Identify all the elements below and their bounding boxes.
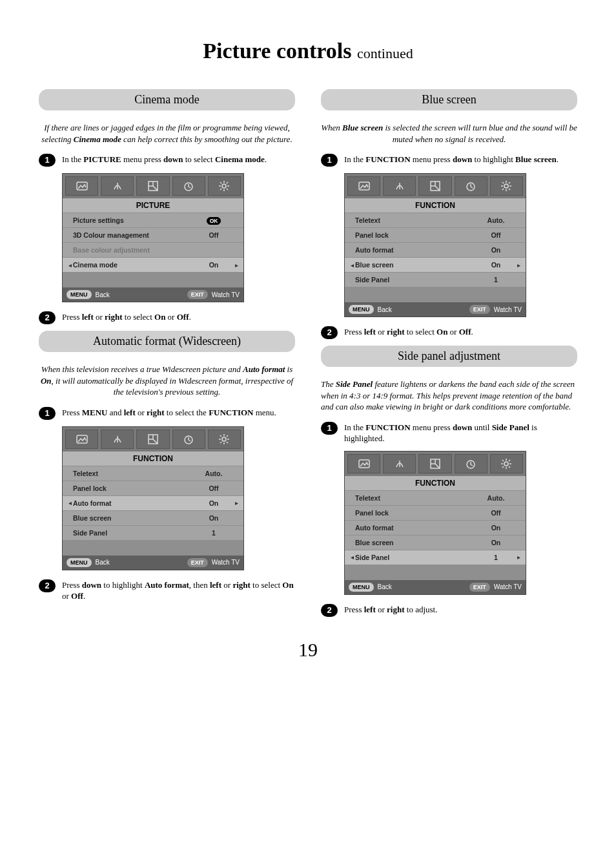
step-badge: 1 <box>321 154 338 167</box>
osd-footer: MENUBackEXITWatch TV <box>345 580 526 594</box>
osd-row-value: On <box>477 246 515 254</box>
osd-row-value: On <box>194 514 233 522</box>
osd-row-label: Teletext <box>73 470 194 477</box>
osd-footer: MENUBackEXITWatch TV <box>63 287 243 302</box>
sidepanel-step2: 2 Press left or right to adjust. <box>321 604 577 617</box>
osd-picture: PICTUREPicture settingsOK3D Colour manag… <box>62 173 244 302</box>
osd-row: ◂Side Panel1▸ <box>345 550 526 565</box>
watch-tv-label: Watch TV <box>212 559 240 566</box>
osd-row-label: Side Panel <box>73 529 194 537</box>
tab-sound-icon <box>101 430 134 449</box>
osd-row: Blue screenOn <box>63 511 243 525</box>
left-arrow-icon: ◂ <box>67 499 73 506</box>
tab-timer-icon <box>172 430 205 449</box>
back-label: Back <box>378 583 392 590</box>
osd-row-label: Panel lock <box>73 484 194 492</box>
menu-pill: MENU <box>67 290 92 299</box>
osd-row-value: 1 <box>477 554 515 561</box>
osd-row-label: Panel lock <box>355 231 477 239</box>
blue-intro: When Blue screen is selected the screen … <box>321 122 577 145</box>
section-header-autofmt: Automatic format (Widescreen) <box>39 331 295 352</box>
osd-row: Auto formatOn <box>345 243 526 257</box>
sidepanel-step1: 1 In the FUNCTION menu press down until … <box>321 422 577 444</box>
osd-row-label: Cinema mode <box>73 261 194 269</box>
tab-timer-icon <box>455 176 488 196</box>
menu-pill: MENU <box>349 305 374 314</box>
osd-title: PICTURE <box>63 198 243 213</box>
back-label: Back <box>96 291 110 298</box>
osd-row: ◂Cinema modeOn▸ <box>63 258 243 272</box>
cinema-step2: 2 Press left or right to select On or Of… <box>39 311 295 324</box>
osd-row-label: Picture settings <box>73 216 194 224</box>
tab-picture-icon <box>347 176 380 196</box>
back-label: Back <box>378 306 392 313</box>
osd-row: TeletextAuto. <box>63 466 243 481</box>
osd-row-label: Panel lock <box>355 509 477 517</box>
step-badge: 1 <box>39 154 56 167</box>
back-label: Back <box>96 559 110 566</box>
page-number: 19 <box>39 639 577 661</box>
step-badge: 2 <box>321 326 338 339</box>
svg-point-19 <box>504 462 508 466</box>
step-badge: 1 <box>39 407 56 420</box>
blue-step1: 1 In the FUNCTION menu press down to hig… <box>321 154 577 167</box>
osd-row-label: Auto format <box>355 246 477 254</box>
osd-row-value: On <box>477 539 515 546</box>
osd-row-label: Base colour adjustment <box>73 246 194 254</box>
svg-point-4 <box>222 184 226 188</box>
osd-row-value: On <box>194 261 233 269</box>
osd-row-label: Auto format <box>355 524 477 532</box>
osd-row-label: Teletext <box>355 494 477 502</box>
osd-footer: MENUBackEXITWatch TV <box>345 302 526 317</box>
osd-row-label: Side Panel <box>355 554 477 561</box>
tab-function-icon <box>136 430 169 449</box>
osd-row-label: Blue screen <box>355 261 477 269</box>
osd-function-autofmt: FUNCTIONTeletextAuto.Panel lockOff◂Auto … <box>62 426 244 570</box>
exit-pill: EXIT <box>469 305 490 314</box>
tab-sound-icon <box>383 454 416 473</box>
tab-function-icon <box>418 454 451 473</box>
osd-row-label: Auto format <box>73 499 194 507</box>
step-badge: 2 <box>321 604 338 617</box>
osd-row-label: Blue screen <box>355 539 477 546</box>
osd-row: Panel lockOff <box>345 506 526 520</box>
exit-pill: EXIT <box>469 583 490 592</box>
osd-row-value: On <box>477 261 515 269</box>
menu-pill: MENU <box>67 558 92 567</box>
tab-setup-icon <box>208 430 241 449</box>
step-badge: 2 <box>39 579 56 592</box>
tab-setup-icon <box>490 454 523 473</box>
right-arrow-icon: ▸ <box>515 262 522 269</box>
osd-row: ◂Blue screenOn▸ <box>345 258 526 272</box>
osd-row-value: On <box>477 524 515 532</box>
osd-row-value: Off <box>194 231 233 239</box>
osd-row-value: OK <box>194 216 233 225</box>
osd-title: FUNCTION <box>345 198 526 213</box>
right-column: Blue screen When Blue screen is selected… <box>321 83 577 623</box>
section-header-cinema: Cinema mode <box>39 89 295 110</box>
tab-function-icon <box>418 176 451 196</box>
osd-title: FUNCTION <box>63 452 243 466</box>
osd-row: Side Panel1 <box>63 526 243 540</box>
left-column: Cinema mode If there are lines or jagged… <box>39 83 295 623</box>
tab-setup-icon <box>490 176 523 196</box>
osd-row-value: Auto. <box>477 494 515 502</box>
sidepanel-intro: The Side Panel feature lightens or darke… <box>321 379 577 413</box>
blue-step2: 2 Press left or right to select On or Of… <box>321 326 577 339</box>
right-arrow-icon: ▸ <box>233 499 240 506</box>
tab-sound-icon <box>383 176 416 196</box>
right-arrow-icon: ▸ <box>233 262 240 269</box>
autofmt-intro: When this television receives a true Wid… <box>39 364 295 398</box>
watch-tv-label: Watch TV <box>494 306 522 313</box>
tab-timer-icon <box>455 454 488 473</box>
osd-row-value: Off <box>194 484 233 492</box>
section-header-blue: Blue screen <box>321 89 577 110</box>
exit-pill: EXIT <box>187 558 208 567</box>
step-badge: 2 <box>39 311 56 324</box>
osd-row-value: Off <box>477 509 515 517</box>
osd-row: Base colour adjustment <box>63 243 243 257</box>
osd-row-label: Blue screen <box>73 514 194 522</box>
tab-picture-icon <box>347 454 380 473</box>
tab-picture-icon <box>65 176 98 196</box>
left-arrow-icon: ◂ <box>349 554 355 561</box>
